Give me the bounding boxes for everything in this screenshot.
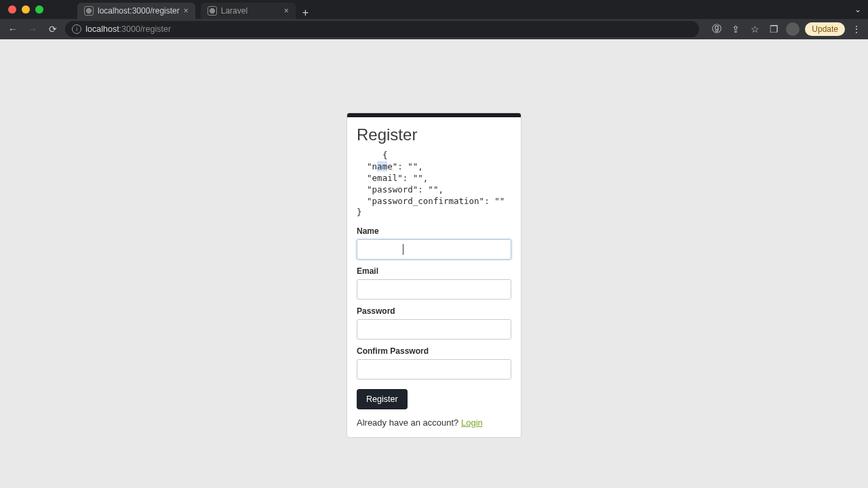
new-tab-button[interactable]: + [302,7,309,19]
chevron-down-icon[interactable]: ⌄ [854,5,861,14]
name-label: Name [357,226,511,236]
fullscreen-window-button[interactable] [35,5,43,14]
already-text: Already have an account? [357,418,461,428]
globe-icon [208,6,217,16]
browser-toolbar: ← → ⟳ i localhost:3000/register ⓖ ⇪ ☆ ❐ … [0,19,868,39]
email-input[interactable] [357,279,511,300]
password-label: Password [357,306,511,316]
traffic-lights [8,5,43,14]
debug-json-block: { "name": "", "email": "", "password": "… [357,150,511,218]
profile-avatar[interactable] [786,22,800,36]
text-caret [403,244,403,255]
menu-icon[interactable]: ⋮ [850,24,863,35]
address-host: localhost [85,24,119,34]
tab-active[interactable]: localhost:3000/register × [77,3,195,19]
email-label: Email [357,266,511,276]
toolbar-right-icons: ⓖ ⇪ ☆ ❐ Update ⋮ [710,22,863,36]
tab-title: localhost:3000/register [98,6,180,16]
window-titlebar: localhost:3000/register × Laravel × + ⌄ [0,0,868,19]
close-tab-icon[interactable]: × [284,6,289,16]
tab-inactive[interactable]: Laravel × [201,3,296,19]
reload-button[interactable]: ⟳ [45,22,60,37]
back-button[interactable]: ← [5,22,20,37]
site-info-icon[interactable]: i [72,24,81,34]
register-card: Register { "name": "", "email": "", "pas… [347,113,521,438]
extensions-icon[interactable]: ❐ [767,22,781,36]
address-path: :3000/register [119,24,171,34]
tab-strip: localhost:3000/register × Laravel × + [77,0,309,19]
page-viewport: Register { "name": "", "email": "", "pas… [0,39,868,488]
already-have-account: Already have an account? Login [357,418,511,428]
page-title: Register [357,125,511,144]
confirm-password-input[interactable] [357,359,511,380]
name-input[interactable] [357,239,511,260]
forward-button[interactable]: → [25,22,39,37]
share-icon[interactable]: ⇪ [729,22,743,36]
translate-icon[interactable]: ⓖ [710,22,724,36]
register-button[interactable]: Register [357,389,408,409]
password-input[interactable] [357,319,511,340]
close-window-button[interactable] [8,5,16,14]
minimize-window-button[interactable] [22,5,30,14]
login-link[interactable]: Login [461,418,483,428]
bookmark-icon[interactable]: ☆ [748,22,762,36]
globe-icon [84,6,94,16]
tab-title: Laravel [221,6,248,16]
close-tab-icon[interactable]: × [184,6,189,16]
debug-highlight: am [377,161,387,171]
update-button[interactable]: Update [805,22,845,36]
confirm-password-label: Confirm Password [357,346,511,356]
address-bar[interactable]: i localhost:3000/register [65,21,699,37]
